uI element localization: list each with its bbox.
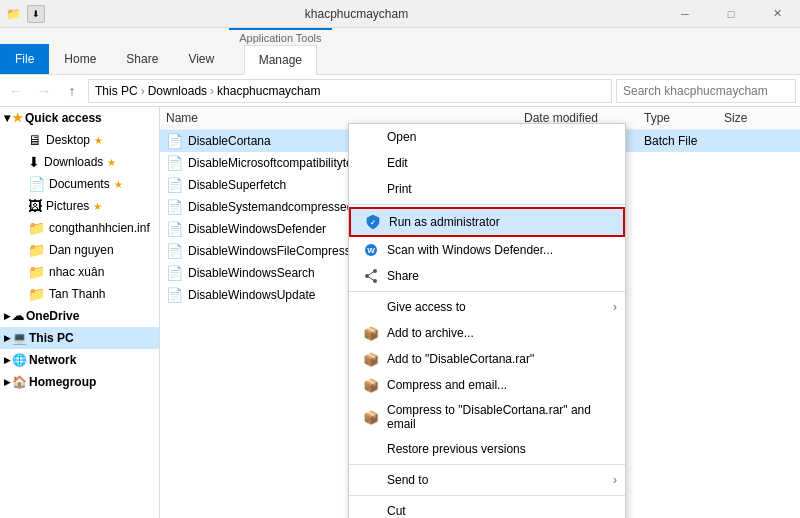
cm-run-as-admin[interactable]: ✓ Run as administrator [349,207,625,237]
network-arrow: ▸ [4,353,10,367]
forward-button[interactable]: → [32,79,56,103]
cm-scan-defender[interactable]: W Scan with Windows Defender... [349,237,625,263]
defender-icon: W [363,242,379,258]
sidebar-downloads-label: Downloads [44,155,103,169]
search-input[interactable] [616,79,796,103]
sidebar-dannguyen-label: Dan nguyen [49,243,114,257]
desktop-star: ★ [94,135,103,146]
tab-manage[interactable]: Manage [244,45,317,75]
path-thispc: This PC [95,84,138,98]
ribbon: File Home Share View Application Tools M… [0,28,800,75]
cm-sep-4 [349,495,625,496]
tab-share[interactable]: Share [111,44,173,74]
qa-properties-btn[interactable]: ⬇ [27,5,45,23]
cm-give-access[interactable]: Give access to › [349,294,625,320]
close-button[interactable]: ✕ [754,0,800,28]
quick-access-toolbar: ⬇ [27,5,45,23]
tab-file[interactable]: File [0,44,49,74]
cm-add-rar[interactable]: 📦 Add to "DisableCortana.rar" [349,346,625,372]
compress-rar-icon: 📦 [363,409,379,425]
svg-line-6 [367,271,375,276]
file-name: DisableSuperfetch [188,178,286,192]
desktop-folder-icon: 🖥 [28,132,42,148]
restore-icon [363,441,379,457]
cm-share-label: Share [387,269,611,283]
sidebar-network[interactable]: ▸ 🌐 Network [0,349,159,371]
cm-compress-rar-email[interactable]: 📦 Compress to "DisableCortana.rar" and e… [349,398,625,436]
col-size[interactable]: Size [724,111,794,125]
cm-open[interactable]: Open [349,124,625,150]
homegroup-icon: 🏠 [12,375,27,389]
sidebar-thispc[interactable]: ▸ 💻 This PC [0,327,159,349]
file-icon: 📄 [166,199,183,215]
maximize-button[interactable]: □ [708,0,754,28]
sidebar-item-congthanh[interactable]: 📁 congthanhhcien.inf [22,217,159,239]
cut-icon [363,503,379,518]
give-access-icon [363,299,379,315]
sidebar-item-dannguyen[interactable]: 📁 Dan nguyen [22,239,159,261]
file-icon: 📄 [166,265,183,281]
svg-line-7 [367,276,375,281]
sidebar-item-documents[interactable]: 📄 Documents ★ [22,173,159,195]
cm-restore-versions[interactable]: Restore previous versions [349,436,625,462]
file-name: DisableWindowsFileCompression [188,244,367,258]
pictures-folder-icon: 🖼 [28,198,42,214]
sidebar-item-pictures[interactable]: 🖼 Pictures ★ [22,195,159,217]
file-icon: 📄 [166,177,183,193]
cm-sep-1 [349,204,625,205]
window-title: khacphucmaycham [51,7,662,21]
documents-folder-icon: 📄 [28,176,45,192]
open-icon [363,129,379,145]
address-path[interactable]: This PC › Downloads › khacphucmaycham [88,79,612,103]
cm-edit[interactable]: Edit [349,150,625,176]
sidebar-homegroup[interactable]: ▸ 🏠 Homegroup [0,371,159,393]
file-icon: 📄 [166,155,183,171]
congthanh-folder-icon: 📁 [28,220,45,236]
documents-star: ★ [114,179,123,190]
back-button[interactable]: ← [4,79,28,103]
svg-text:✓: ✓ [370,219,376,226]
minimize-button[interactable]: ─ [662,0,708,28]
svg-text:W: W [367,246,375,255]
col-type[interactable]: Type [644,111,724,125]
sidebar-item-desktop[interactable]: 🖥 Desktop ★ [22,129,159,151]
file-icon: 📄 [166,243,183,259]
up-button[interactable]: ↑ [60,79,84,103]
sidebar-item-downloads[interactable]: ⬇ Downloads ★ [22,151,159,173]
quick-access-arrow: ▾ [4,111,10,125]
cm-compress-email-label: Compress and email... [387,378,611,392]
cm-cut[interactable]: Cut [349,498,625,518]
pictures-star: ★ [93,201,102,212]
homegroup-arrow: ▸ [4,375,10,389]
sidebar-homegroup-label: Homegroup [29,375,96,389]
archive-icon: 📦 [363,325,379,341]
onedrive-icon: ☁ [12,309,24,323]
cm-cut-label: Cut [387,504,611,518]
share-icon [363,268,379,284]
tab-home[interactable]: Home [49,44,111,74]
cm-compress-rar-label: Compress to "DisableCortana.rar" and ema… [387,403,611,431]
cm-print[interactable]: Print [349,176,625,202]
sidebar-tanthanh-label: Tan Thanh [49,287,106,301]
sidebar-quick-access-children: 🖥 Desktop ★ ⬇ Downloads ★ 📄 Documents ★ … [0,129,159,305]
downloads-star: ★ [107,157,116,168]
sidebar-congthanh-label: congthanhhcien.inf [49,221,150,235]
window-controls: ─ □ ✕ [662,0,800,28]
path-sep-1: › [141,84,145,98]
cm-send-to[interactable]: Send to › [349,467,625,493]
sidebar-quick-access[interactable]: ▾ ★ Quick access [0,107,159,129]
cm-compress-email[interactable]: 📦 Compress and email... [349,372,625,398]
file-icon: 📄 [166,287,183,303]
tab-view[interactable]: View [173,44,229,74]
cm-give-access-label: Give access to [387,300,611,314]
nhacxuan-folder-icon: 📁 [28,264,45,280]
cm-add-archive[interactable]: 📦 Add to archive... [349,320,625,346]
thispc-arrow: ▸ [4,331,10,345]
sidebar-item-nhacxuan[interactable]: 📁 nhac xuân [22,261,159,283]
cm-share[interactable]: Share [349,263,625,289]
compress-icon: 📦 [363,377,379,393]
cm-open-label: Open [387,130,611,144]
sidebar-thispc-label: This PC [29,331,74,345]
sidebar-item-tanthanh[interactable]: 📁 Tan Thanh [22,283,159,305]
sidebar-onedrive[interactable]: ▸ ☁ OneDrive [0,305,159,327]
